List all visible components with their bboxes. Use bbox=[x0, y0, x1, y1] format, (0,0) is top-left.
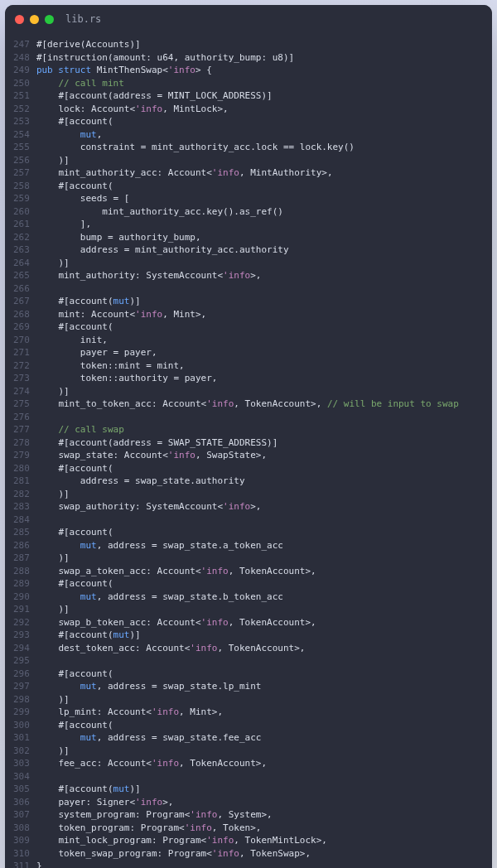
code-line: token::mint = mint, bbox=[36, 359, 459, 373]
code-line: dest_token_acc: Account<'info, TokenAcco… bbox=[36, 642, 459, 655]
code-line: #[account( bbox=[36, 719, 459, 732]
token-attr: )] bbox=[58, 745, 69, 756]
token-lifetime: 'info bbox=[190, 643, 217, 653]
code-line: mint_authority_acc.key().as_ref() bbox=[36, 205, 459, 219]
token-lifetime: 'info bbox=[135, 797, 162, 808]
token-attr: #[account( bbox=[58, 181, 113, 191]
line-number-gutter: 247 248 249 250 251 252 253 254 255 256 … bbox=[5, 38, 36, 868]
code-line: mut, address = swap_state.a_token_acc bbox=[36, 539, 459, 552]
code-content: #[derive(Accounts)]#[instruction(amount:… bbox=[36, 38, 459, 868]
token-plain: , TokenSwap>, bbox=[239, 848, 311, 859]
token-plain: , TokenAccount>, bbox=[234, 398, 327, 409]
code-line: )] bbox=[36, 603, 459, 616]
code-line: #[account( bbox=[36, 115, 459, 128]
token-plain: init, bbox=[80, 335, 108, 345]
token-plain: , address = swap_state.b_token_acc bbox=[97, 591, 283, 602]
token-attr: #[account( bbox=[58, 296, 113, 306]
token-mut: mut bbox=[113, 296, 130, 306]
code-line: #[account( bbox=[36, 321, 459, 334]
token-plain: constraint = mint_authority_acc.lock == … bbox=[80, 142, 355, 152]
code-line: #[account(address = SWAP_STATE_ADDRESS)] bbox=[36, 436, 459, 450]
code-line: )] bbox=[36, 745, 459, 758]
code-line bbox=[36, 411, 459, 424]
token-mut: mut bbox=[80, 591, 97, 602]
code-line: )] bbox=[36, 257, 459, 270]
token-plain: MintThenSwap< bbox=[91, 65, 168, 75]
token-plain: , TokenMintLock>, bbox=[234, 835, 327, 846]
token-plain: , bbox=[97, 129, 103, 140]
token-plain: , address = swap_state.a_token_acc bbox=[97, 540, 283, 551]
code-line bbox=[36, 282, 459, 296]
token-plain: , SwapState>, bbox=[195, 450, 267, 461]
code-line: #[account(address = MINT_LOCK_ADDRESS)] bbox=[36, 89, 459, 103]
code-line: address = swap_state.authority bbox=[36, 475, 459, 488]
maximize-icon[interactable] bbox=[45, 15, 54, 24]
code-line: #[account( bbox=[36, 577, 459, 591]
token-plain: lock: Account< bbox=[58, 104, 135, 114]
token-lifetime: 'info bbox=[201, 617, 229, 628]
token-attr: #[account( bbox=[58, 116, 113, 127]
token-plain: , TokenAccount>, bbox=[229, 617, 316, 628]
token-plain: ], bbox=[80, 219, 91, 229]
token-attr: #[account( bbox=[58, 463, 113, 474]
code-line: swap_a_token_acc: Account<'info, TokenAc… bbox=[36, 565, 459, 578]
code-line: swap_authority: SystemAccount<'info>, bbox=[36, 500, 459, 514]
token-comment: // call mint bbox=[58, 78, 123, 89]
token-lifetime: 'info bbox=[212, 167, 239, 178]
code-line: fee_acc: Account<'info, TokenAccount>, bbox=[36, 757, 459, 770]
code-line: mint_authority_acc: Account<'info, MintA… bbox=[36, 166, 459, 180]
token-attr: #[instruction(amount: u64, authority_bum… bbox=[36, 52, 294, 63]
code-line: )] bbox=[36, 385, 459, 398]
token-plain: address = swap_state.authority bbox=[80, 475, 245, 486]
token-plain: mint: Account< bbox=[58, 309, 135, 320]
code-line: constraint = mint_authority_acc.lock == … bbox=[36, 141, 459, 154]
token-lifetime: 'info bbox=[135, 104, 162, 114]
code-line: mut, address = swap_state.lp_mint bbox=[36, 680, 459, 693]
token-attr: #[account( bbox=[58, 527, 113, 538]
code-line: )] bbox=[36, 693, 459, 706]
code-line: token::authority = payer, bbox=[36, 372, 459, 385]
code-line: ], bbox=[36, 218, 459, 231]
token-lifetime: 'info bbox=[223, 270, 250, 281]
token-attr: #[account( bbox=[58, 578, 113, 589]
code-line: token_program: Program<'info, Token>, bbox=[36, 822, 459, 835]
token-attr: #[account(address = MINT_LOCK_ADDRESS)] bbox=[58, 90, 272, 101]
token-plain: fee_acc: Account< bbox=[58, 758, 152, 769]
window-controls bbox=[15, 15, 54, 24]
token-mut: mut bbox=[113, 784, 130, 794]
code-line: system_program: Program<'info, System>, bbox=[36, 808, 459, 822]
code-line: #[account( bbox=[36, 180, 459, 193]
code-editor: 247 248 249 250 251 252 253 254 255 256 … bbox=[5, 33, 492, 868]
token-plain: >, bbox=[250, 501, 261, 512]
token-plain: token::mint = mint, bbox=[80, 360, 185, 371]
token-lifetime: 'info bbox=[152, 758, 179, 769]
token-attr: )] bbox=[129, 629, 140, 640]
token-plain: >, bbox=[250, 270, 261, 281]
code-line: #[account( bbox=[36, 526, 459, 539]
code-line: // call mint bbox=[36, 77, 459, 90]
token-plain: } bbox=[36, 861, 42, 868]
code-window: lib.rs 247 248 249 250 251 252 253 254 2… bbox=[5, 5, 492, 868]
token-lifetime: 'info bbox=[135, 309, 162, 320]
token-plain: system_program: Program< bbox=[58, 809, 190, 820]
code-line: )] bbox=[36, 154, 459, 167]
token-lifetime: 'info bbox=[206, 835, 234, 846]
token-plain: , MintLock>, bbox=[162, 104, 228, 114]
token-plain: , System>, bbox=[217, 809, 272, 820]
token-attr: #[account( bbox=[58, 321, 113, 332]
code-line: seeds = [ bbox=[36, 192, 459, 205]
code-line: swap_state: Account<'info, SwapState>, bbox=[36, 449, 459, 462]
minimize-icon[interactable] bbox=[30, 15, 39, 24]
token-keyword: pub struct bbox=[36, 65, 91, 75]
token-plain: swap_b_token_acc: Account< bbox=[58, 617, 200, 628]
code-line: swap_b_token_acc: Account<'info, TokenAc… bbox=[36, 616, 459, 629]
token-plain: , TokenAccount>, bbox=[229, 566, 316, 576]
token-attr: )] bbox=[58, 489, 69, 499]
token-lifetime: 'info bbox=[206, 398, 234, 409]
token-plain: token_swap_program: Program< bbox=[58, 848, 211, 859]
token-plain: mint_authority_acc: Account< bbox=[58, 167, 211, 178]
token-lifetime: 'info bbox=[185, 822, 212, 833]
token-comment: // will be input to swap bbox=[327, 398, 459, 409]
token-lifetime: 'info bbox=[168, 65, 195, 75]
close-icon[interactable] bbox=[15, 15, 24, 24]
